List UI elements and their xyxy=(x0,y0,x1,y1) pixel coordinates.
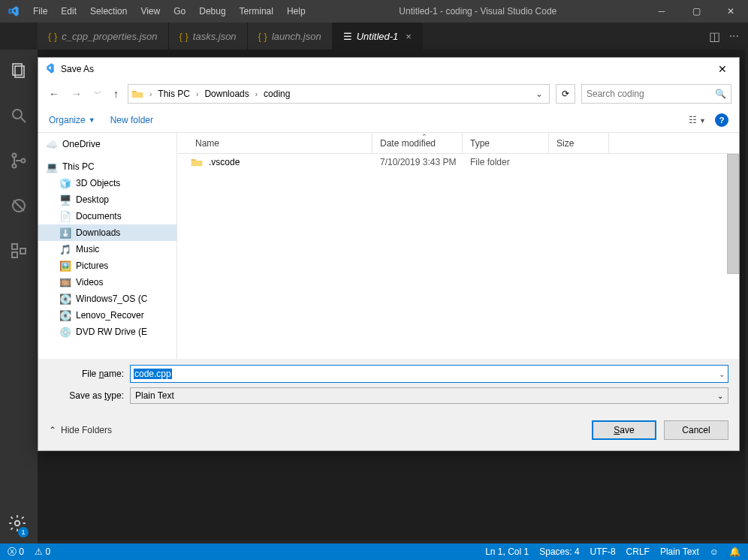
search-box[interactable]: 🔍 xyxy=(581,84,731,104)
menu-edit[interactable]: Edit xyxy=(55,3,83,20)
saveastype-value: Plain Text xyxy=(135,390,174,401)
notifications-icon[interactable]: 🔔 xyxy=(729,546,740,557)
tab-launch-json[interactable]: { }launch.json xyxy=(248,23,333,50)
menu-view[interactable]: View xyxy=(134,3,166,20)
extensions-icon[interactable] xyxy=(0,236,38,266)
tree-desktop[interactable]: 🖥️Desktop xyxy=(38,191,176,208)
scrollbar-thumb[interactable] xyxy=(727,154,739,274)
status-eol[interactable]: CRLF xyxy=(626,546,650,557)
nav-up-button[interactable]: ↑ xyxy=(110,88,122,100)
col-type[interactable]: Type xyxy=(463,133,549,153)
menu-selection[interactable]: Selection xyxy=(84,3,133,20)
menu-go[interactable]: Go xyxy=(167,3,192,20)
breadcrumb-bar[interactable]: › This PC › Downloads › coding ⌄ xyxy=(128,84,550,104)
split-editor-icon[interactable]: ◫ xyxy=(709,29,720,44)
search-icon[interactable] xyxy=(0,101,38,131)
tab-c-cpp-properties[interactable]: { }c_cpp_properties.json xyxy=(38,23,169,50)
col-date[interactable]: Date modified xyxy=(372,133,463,153)
svg-line-8 xyxy=(14,200,24,211)
settings-gear[interactable]: 1 xyxy=(8,513,27,536)
file-type: File folder xyxy=(463,157,549,167)
tree-onedrive[interactable]: ☁️OneDrive xyxy=(38,136,176,152)
chevron-right-icon[interactable]: › xyxy=(251,90,262,98)
close-window-button[interactable]: ✕ xyxy=(713,0,748,23)
hide-folders-toggle[interactable]: ⌃ Hide Folders xyxy=(49,425,112,435)
explorer-icon[interactable] xyxy=(0,56,38,86)
folder-tree[interactable]: ☁️OneDrive 💻This PC 🧊3D Objects 🖥️Deskto… xyxy=(38,133,177,359)
tree-downloads[interactable]: ⬇️Downloads xyxy=(38,224,176,241)
search-icon: 🔍 xyxy=(715,89,726,99)
save-button[interactable]: Save xyxy=(592,420,656,440)
col-size[interactable]: Size xyxy=(549,133,609,153)
tree-pictures[interactable]: 🖼️Pictures xyxy=(38,257,176,274)
status-language[interactable]: Plain Text xyxy=(660,546,699,557)
dropdown-icon[interactable]: ⌄ xyxy=(719,370,725,378)
breadcrumb-dropdown-icon[interactable]: ⌄ xyxy=(531,89,547,99)
tree-label: This PC xyxy=(62,161,95,172)
dialog-nav: ← → ﹀ ↑ › This PC › Downloads › coding ⌄… xyxy=(38,80,739,107)
cancel-button[interactable]: Cancel xyxy=(664,420,728,440)
search-input[interactable] xyxy=(587,89,715,99)
save-as-dialog: Save As ✕ ← → ﹀ ↑ › This PC › Downloads … xyxy=(38,57,740,451)
debug-icon[interactable] xyxy=(0,191,38,221)
crumb-downloads[interactable]: Downloads xyxy=(203,89,250,99)
close-tab-icon[interactable]: × xyxy=(406,31,412,42)
organize-button[interactable]: Organize ▼ xyxy=(49,115,95,125)
filename-input[interactable]: code.cpp ⌄ xyxy=(130,365,728,383)
menu-file[interactable]: File xyxy=(27,3,53,20)
crumb-thispc[interactable]: This PC xyxy=(156,89,192,99)
maximize-button[interactable]: ▢ xyxy=(679,0,713,23)
help-button[interactable]: ? xyxy=(715,113,728,127)
svg-rect-10 xyxy=(12,252,17,257)
dropdown-icon[interactable]: ⌄ xyxy=(717,392,723,400)
tree-dvd-drive[interactable]: 💿DVD RW Drive (E xyxy=(38,324,176,340)
filename-label: File name: xyxy=(49,369,130,379)
svg-point-12 xyxy=(15,521,20,526)
menu-bar: File Edit Selection View Go Debug Termin… xyxy=(27,3,312,20)
nav-back-button[interactable]: ← xyxy=(46,88,62,100)
dialog-toolbar: Organize ▼ New folder ☷ ▼ ? xyxy=(38,107,739,133)
organize-label: Organize xyxy=(49,115,86,125)
more-actions-icon[interactable]: ··· xyxy=(729,29,739,43)
tree-videos[interactable]: 🎞️Videos xyxy=(38,274,176,291)
nav-forward-button[interactable]: → xyxy=(68,88,85,100)
menu-debug[interactable]: Debug xyxy=(193,3,231,20)
nav-recent-button[interactable]: ﹀ xyxy=(91,89,104,99)
status-spaces[interactable]: Spaces: 4 xyxy=(539,546,579,557)
menu-terminal[interactable]: Terminal xyxy=(234,3,279,20)
minimize-button[interactable]: ─ xyxy=(644,0,679,23)
tree-music[interactable]: 🎵Music xyxy=(38,241,176,257)
tree-drive-c[interactable]: 💽Windows7_OS (C xyxy=(38,291,176,307)
chevron-right-icon[interactable]: › xyxy=(145,90,156,98)
dialog-close-button[interactable]: ✕ xyxy=(710,63,734,75)
tree-documents[interactable]: 📄Documents xyxy=(38,208,176,224)
refresh-button[interactable]: ⟳ xyxy=(556,84,575,104)
column-headers: Name Date modified Type Size ⌃ xyxy=(177,133,739,154)
tree-thispc[interactable]: 💻This PC xyxy=(38,158,176,175)
menu-help[interactable]: Help xyxy=(281,3,312,20)
cloud-icon: ☁️ xyxy=(46,138,58,150)
sort-indicator-icon: ⌃ xyxy=(421,133,427,140)
saveastype-select[interactable]: Plain Text ⌄ xyxy=(130,387,728,404)
tree-3dobjects[interactable]: 🧊3D Objects xyxy=(38,175,176,191)
status-errors[interactable]: ⓧ 0 xyxy=(8,546,24,558)
view-options-button[interactable]: ☷ ▼ xyxy=(689,115,706,125)
source-control-icon[interactable] xyxy=(0,146,38,176)
activity-bar xyxy=(0,50,38,543)
new-folder-button[interactable]: New folder xyxy=(110,115,153,125)
update-badge: 1 xyxy=(18,527,29,537)
col-name[interactable]: Name xyxy=(177,133,372,153)
tab-untitled-1[interactable]: ☰ Untitled-1 × xyxy=(333,23,423,50)
tab-tasks-json[interactable]: { }tasks.json xyxy=(169,23,248,50)
pictures-icon: 🖼️ xyxy=(59,260,71,272)
file-list-area: Name Date modified Type Size ⌃ .vscode 7… xyxy=(177,133,739,359)
chevron-right-icon[interactable]: › xyxy=(192,90,203,98)
tree-drive-recovery[interactable]: 💽Lenovo_Recover xyxy=(38,307,176,324)
crumb-coding[interactable]: coding xyxy=(262,89,291,99)
status-lncol[interactable]: Ln 1, Col 1 xyxy=(485,546,529,557)
status-encoding[interactable]: UTF-8 xyxy=(590,546,616,557)
feedback-icon[interactable]: ☺ xyxy=(710,546,719,557)
json-icon: { } xyxy=(179,31,189,42)
status-warnings[interactable]: ⚠ 0 xyxy=(35,546,50,557)
file-row[interactable]: .vscode 7/10/2019 3:43 PM File folder xyxy=(177,154,739,170)
